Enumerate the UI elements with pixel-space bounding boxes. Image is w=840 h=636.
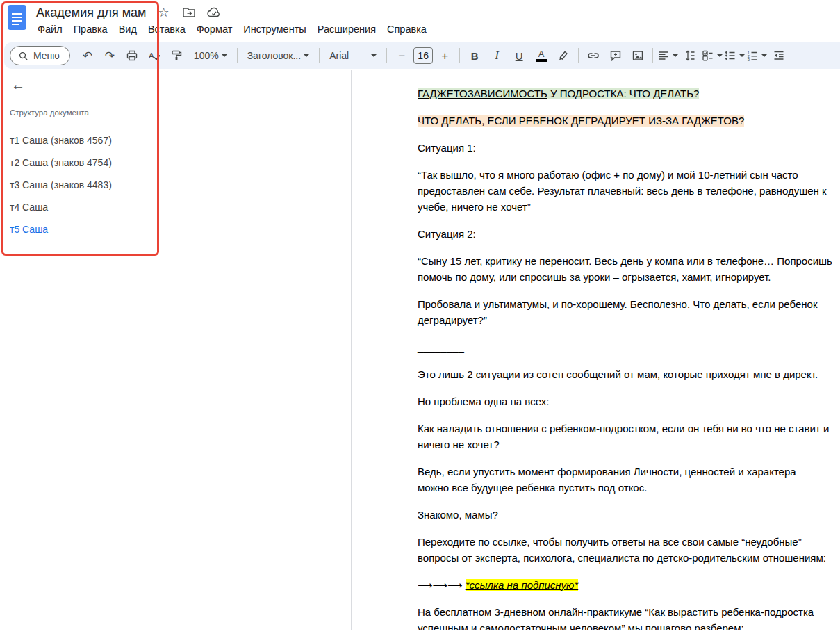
paragraph[interactable]: ________ bbox=[418, 339, 834, 355]
chevron-down-icon bbox=[717, 54, 723, 57]
menu-item-file[interactable]: Файл bbox=[32, 22, 68, 37]
paragraph[interactable]: Ситуация 1: bbox=[418, 140, 834, 156]
increase-font-size-button[interactable]: + bbox=[434, 46, 455, 65]
toolbar-separator bbox=[459, 48, 460, 63]
decrease-indent-button[interactable] bbox=[768, 46, 789, 65]
text-color-button[interactable]: A bbox=[531, 46, 552, 65]
spellcheck-icon: A bbox=[148, 49, 160, 62]
line-spacing-button[interactable] bbox=[680, 46, 700, 65]
text-run: У ПОДРОСТКА: ЧТО ДЕЛАТЬ? bbox=[547, 88, 700, 99]
menu-item-format[interactable]: Формат bbox=[191, 22, 238, 37]
highlight-color-button[interactable] bbox=[553, 46, 574, 65]
paint-roller-icon bbox=[170, 49, 183, 62]
toolbar-separator bbox=[386, 48, 387, 63]
numbered-list-icon: 123 bbox=[746, 49, 759, 62]
underline-button[interactable]: U bbox=[509, 46, 529, 65]
zoom-dropdown[interactable]: 100% bbox=[188, 46, 233, 65]
numbered-list-dropdown[interactable]: 123 bbox=[746, 46, 767, 65]
chevron-down-icon bbox=[761, 54, 767, 57]
menu-item-tools[interactable]: Инструменты bbox=[238, 22, 311, 37]
paragraph[interactable]: “Сыну 15 лет, критику не переносит. Весь… bbox=[418, 253, 834, 285]
undo-icon: ↶ bbox=[83, 50, 92, 62]
star-icon[interactable]: ☆ bbox=[156, 5, 172, 20]
bulleted-list-dropdown[interactable] bbox=[724, 46, 745, 65]
text-color-letter: A bbox=[538, 49, 545, 58]
paragraph[interactable]: ГАДЖЕТОЗАВИСИМОСТЬ У ПОДРОСТКА: ЧТО ДЕЛА… bbox=[418, 85, 834, 101]
outline-item-t5[interactable]: т5 Саша bbox=[0, 218, 167, 240]
paragraph[interactable]: Переходите по ссылке, чтобы получить отв… bbox=[418, 534, 834, 566]
paint-format-button[interactable] bbox=[166, 46, 187, 65]
search-icon bbox=[18, 51, 28, 61]
insert-image-button[interactable] bbox=[627, 46, 648, 65]
paragraph[interactable]: Но проблема одна на всех: bbox=[418, 393, 834, 409]
outline-item-t3[interactable]: т3 Саша (знаков 4483) bbox=[0, 174, 167, 196]
paragraph[interactable]: Это лишь 2 ситуации из сотен сообщений о… bbox=[418, 366, 834, 382]
paragraph[interactable]: Ведь, если упустить момент формирования … bbox=[418, 464, 834, 496]
text-run: “Сыну 15 лет, критику не переносит. Весь… bbox=[418, 255, 832, 283]
text-run: На бесплатном 3-дневном онлайн-практикум… bbox=[418, 606, 814, 630]
zoom-value: 100% bbox=[194, 50, 219, 61]
close-outline-button[interactable]: ← bbox=[8, 75, 28, 95]
print-icon bbox=[126, 49, 138, 62]
bulleted-list-icon bbox=[724, 49, 736, 62]
menu-item-insert[interactable]: Вставка bbox=[142, 22, 191, 37]
google-docs-logo-icon[interactable] bbox=[8, 5, 26, 30]
image-icon bbox=[632, 49, 644, 62]
decrease-font-size-button[interactable]: − bbox=[391, 46, 412, 65]
paragraph[interactable]: Пробовала и ультиматумы, и по-хорошему. … bbox=[418, 296, 834, 328]
menu-item-view[interactable]: Вид bbox=[113, 22, 142, 37]
menus-search-button[interactable]: Меню bbox=[10, 46, 70, 65]
text-color-icon: A bbox=[536, 49, 547, 62]
cloud-status-icon[interactable] bbox=[206, 5, 222, 20]
text-run: Это лишь 2 ситуации из сотен сообщений о… bbox=[418, 368, 818, 380]
paragraph[interactable]: Знакомо, мамы? bbox=[418, 507, 834, 523]
topbar: Академия для мам ☆ Файл Правка Вид Встав… bbox=[0, 0, 840, 42]
menu-item-extensions[interactable]: Расширения bbox=[312, 22, 381, 37]
redo-icon: ↷ bbox=[105, 50, 115, 62]
paragraph[interactable]: “Так вышло, что я много работаю (офис + … bbox=[418, 167, 834, 215]
paragraph[interactable]: ⟶⟶⟶ *ссылка на подписную* bbox=[418, 577, 834, 593]
text-run: Переходите по ссылке, чтобы получить отв… bbox=[418, 536, 826, 564]
paragraph[interactable]: Как наладить отношения с ребенком-подрос… bbox=[418, 421, 834, 452]
text-run: “Так вышло, что я много работаю (офис + … bbox=[418, 169, 827, 213]
text-run: Как наладить отношения с ребенком-подрос… bbox=[418, 423, 829, 450]
font-size-input[interactable]: 16 bbox=[413, 47, 433, 64]
font-family-dropdown[interactable]: Arial bbox=[324, 46, 382, 65]
comment-icon bbox=[609, 49, 622, 62]
paragraph[interactable]: На бесплатном 3-дневном онлайн-практикум… bbox=[418, 604, 834, 630]
checklist-icon bbox=[702, 49, 714, 62]
outline-item-t1[interactable]: т1 Саша (знаков 4567) bbox=[0, 129, 167, 152]
print-button[interactable] bbox=[122, 46, 142, 65]
paragraph-style-dropdown[interactable]: Заголовок... bbox=[242, 46, 315, 65]
toolbar-separator bbox=[319, 48, 320, 63]
text-run: ________ bbox=[418, 341, 464, 353]
title-row: Академия для мам ☆ bbox=[36, 5, 222, 20]
text-run: Ситуация 2: bbox=[418, 228, 476, 240]
menu-item-edit[interactable]: Правка bbox=[68, 22, 113, 37]
font-family-value: Arial bbox=[329, 50, 349, 61]
italic-button[interactable]: I bbox=[486, 46, 507, 65]
add-comment-button[interactable] bbox=[605, 46, 626, 65]
toolbar-separator bbox=[652, 48, 653, 63]
toolbar-separator bbox=[578, 48, 579, 63]
document-title[interactable]: Академия для мам bbox=[36, 6, 147, 20]
toolbar: Меню ↶ ↷ A 100% Заголовок... Arial − 16 … bbox=[4, 42, 840, 69]
outline-item-t4[interactable]: т4 Саша bbox=[0, 196, 167, 218]
insert-link-button[interactable] bbox=[583, 46, 604, 65]
paragraph[interactable]: ЧТО ДЕЛАТЬ, ЕСЛИ РЕБЕНОК ДЕГРАДИРУЕТ ИЗ-… bbox=[418, 113, 834, 129]
move-folder-icon[interactable] bbox=[181, 5, 197, 20]
align-dropdown[interactable] bbox=[657, 46, 678, 65]
outline-item-t2[interactable]: т2 Саша (знаков 4754) bbox=[0, 152, 167, 174]
undo-button[interactable]: ↶ bbox=[77, 46, 98, 65]
bold-button[interactable]: B bbox=[464, 46, 485, 65]
document-page[interactable]: ГАДЖЕТОЗАВИСИМОСТЬ У ПОДРОСТКА: ЧТО ДЕЛА… bbox=[351, 70, 840, 630]
redo-button[interactable]: ↷ bbox=[99, 46, 120, 65]
minus-icon: − bbox=[398, 50, 405, 62]
paragraph[interactable]: Ситуация 2: bbox=[418, 226, 834, 242]
menus-search-label: Меню bbox=[33, 50, 60, 61]
text-run: Знакомо, мамы? bbox=[418, 509, 498, 521]
spelling-check-button[interactable]: A bbox=[144, 46, 165, 65]
checklist-dropdown[interactable] bbox=[702, 46, 723, 65]
menu-item-help[interactable]: Справка bbox=[381, 22, 432, 37]
text-run: Ведь, если упустить момент формирования … bbox=[418, 466, 805, 494]
